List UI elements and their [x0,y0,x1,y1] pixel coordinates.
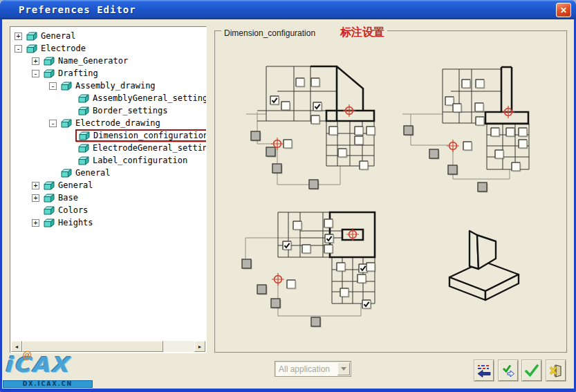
gray-option-box[interactable] [251,131,260,140]
preview-checkbox[interactable] [284,140,292,148]
apply-button[interactable] [499,360,518,381]
preview-checkbox[interactable] [338,149,346,157]
tree-item-general[interactable]: General [10,167,206,179]
scrollbar-thumb[interactable] [22,341,163,352]
tree-node[interactable]: Electrode [26,44,86,53]
tree-item-general[interactable]: +General [10,30,206,42]
preview-checkbox[interactable] [355,136,363,144]
expand-toggle[interactable]: - [49,82,57,90]
preview-checkbox[interactable] [495,150,503,158]
tree-node[interactable]: General [26,31,76,41]
tree-item-heights[interactable]: +Heights [10,216,206,229]
tree-item-drafting[interactable]: -Drafting [10,67,206,80]
tree-node[interactable]: Label_configuration [78,156,187,165]
tree-item-assemblygeneral_settings[interactable]: AssemblyGeneral_settings [10,92,206,104]
expand-toggle[interactable]: - [15,45,22,53]
tree-item-colors[interactable]: Colors [10,204,206,216]
dropdown-arrow-button[interactable] [337,362,350,375]
preview-checkbox[interactable] [476,117,484,125]
gray-option-box[interactable] [266,147,275,156]
tree-node[interactable]: General [61,168,111,178]
preview-checkbox[interactable] [311,78,319,86]
title-bar[interactable]: Preferences Editor ✕ [0,0,576,19]
gray-option-box[interactable] [242,259,251,268]
preview-checkbox[interactable] [287,280,295,288]
preview-checkbox[interactable] [519,140,527,148]
preview-checkbox[interactable] [519,128,527,136]
preview-checkbox[interactable] [366,263,375,271]
scroll-left-button[interactable]: ◄ [11,341,22,352]
scrollbar-track[interactable] [22,341,194,352]
preview-checkbox[interactable] [463,142,472,150]
tree-item-electrode[interactable]: -Electrode [10,42,206,55]
expand-toggle[interactable]: - [49,120,57,127]
tree-node[interactable]: AssemblyGeneral_settings [78,93,206,103]
tree-node[interactable]: Heights [44,218,93,227]
preview-checkbox[interactable] [311,115,319,124]
gray-option-box[interactable] [272,164,281,173]
tree-node[interactable]: General [44,180,93,190]
preview-checkbox[interactable] [476,80,484,88]
preview-checkbox[interactable] [281,102,290,110]
restore-defaults-button[interactable] [474,360,494,381]
expand-toggle[interactable]: + [32,57,39,65]
tree-node[interactable]: Name_Generator [44,56,128,66]
preview-checkbox[interactable] [296,78,304,86]
expand-toggle[interactable]: + [32,219,39,227]
tree-item-label_configuration[interactable]: Label_configuration [10,154,206,167]
preview-checkbox[interactable] [453,104,461,112]
tree-node[interactable]: Colors [44,205,88,215]
scroll-right-button[interactable]: ► [194,341,205,352]
tree-node[interactable]: Assembly_drawing [61,81,156,91]
expand-toggle[interactable]: - [32,70,39,77]
gray-option-box[interactable] [311,317,320,326]
tree-node[interactable]: Dimension_configuration [75,129,206,142]
preview-checkbox[interactable] [445,97,454,105]
preview-checkbox[interactable] [506,128,514,136]
preview-checkbox[interactable] [357,274,366,283]
gray-option-box[interactable] [448,165,457,174]
isometric-part-preview [444,223,534,302]
preview-checkbox[interactable] [324,245,333,253]
tree-item-base[interactable]: +Base [10,192,206,204]
tree-item-electrodegeneral_setting[interactable]: ElectrodeGeneral_setting [10,142,206,154]
preview-checkbox[interactable] [340,288,349,297]
expand-toggle[interactable]: + [32,194,39,202]
exit-button[interactable] [546,360,566,381]
expand-toggle[interactable]: + [32,182,39,189]
preview-checkbox[interactable] [329,127,337,135]
preview-checkbox[interactable] [337,263,345,271]
tree-node[interactable]: Base [44,193,78,203]
tree-node[interactable]: Electrode_drawing [61,118,160,128]
gray-option-box[interactable] [404,126,413,135]
tree-item-assembly_drawing[interactable]: -Assembly_drawing [10,80,206,92]
preview-checkbox[interactable] [302,245,310,253]
preview-checkbox[interactable] [512,162,520,171]
gray-option-box[interactable] [429,149,438,158]
preview-checkbox[interactable] [355,127,363,135]
tree-item-general[interactable]: +General [10,179,206,192]
preview-checkbox[interactable] [360,161,368,169]
ok-button[interactable] [522,360,541,381]
tree-item-border_settings[interactable]: Border_settings [10,104,206,117]
preview-checkbox[interactable] [366,127,375,135]
tree-item-name_generator[interactable]: +Name_Generator [10,55,206,67]
preview-checkbox[interactable] [293,221,301,230]
tree-node[interactable]: Drafting [44,68,98,78]
gray-option-box[interactable] [257,285,266,294]
application-scope-select[interactable]: All application [275,361,351,377]
tree-item-electrode_drawing[interactable]: -Electrode_drawing [10,117,206,129]
close-button[interactable]: ✕ [556,3,571,17]
preview-checkbox[interactable] [491,128,499,136]
expand-toggle[interactable]: + [15,32,22,40]
tree-node[interactable]: ElectrodeGeneral_setting [78,143,206,153]
tree-item-dimension_configuration[interactable]: Dimension_configuration [10,129,206,142]
gray-option-box[interactable] [478,183,487,192]
gray-option-box[interactable] [271,299,280,308]
preview-checkbox[interactable] [475,103,483,111]
gray-option-box[interactable] [309,180,318,189]
preview-checkbox[interactable] [324,219,333,227]
tree-node[interactable]: Border_settings [78,106,167,115]
tree-horizontal-scrollbar[interactable]: ◄ ► [11,341,205,352]
preview-checkbox[interactable] [462,80,470,88]
